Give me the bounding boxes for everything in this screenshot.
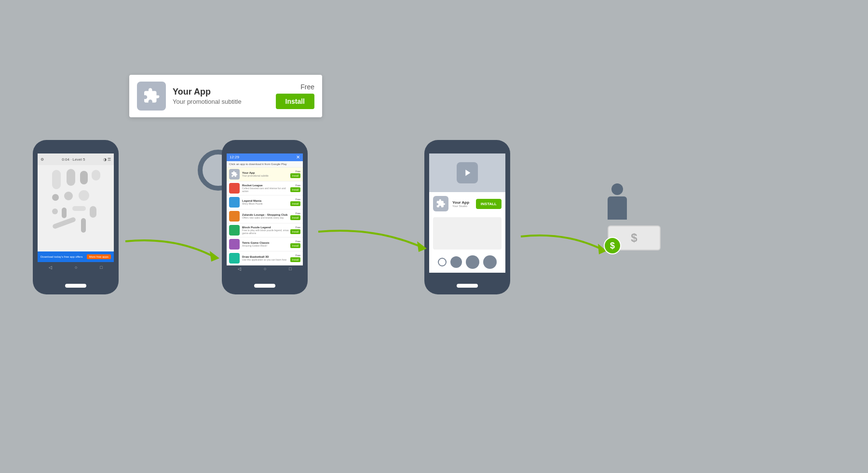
ad-app-subtitle: Your promotional subtitle bbox=[173, 98, 270, 105]
money-area: $ $ bbox=[608, 225, 661, 250]
phone3-app-info: Your App Your Studio INSTALL bbox=[429, 192, 505, 215]
play-item-3[interactable]: Zalando Lounge - Shopping Club Offers ne… bbox=[227, 209, 303, 223]
ad-item-cta: Free Install bbox=[290, 170, 300, 178]
phone2-device: 12:29 ✕ Click an app to download it from… bbox=[222, 140, 308, 294]
phone1-content: ⚙ 0:04 · Level 5 ◑ ☰ D bbox=[38, 153, 114, 273]
puzzle-icon-phone3 bbox=[436, 199, 446, 209]
ad-price: Free bbox=[300, 83, 314, 91]
dot-2 bbox=[450, 256, 462, 268]
phone3-screen: Your App Your Studio INSTALL bbox=[429, 153, 505, 273]
phone2-content: 12:29 ✕ Click an app to download it from… bbox=[227, 153, 303, 273]
svg-marker-0 bbox=[210, 251, 219, 262]
phone2-topbar: 12:29 ✕ bbox=[227, 153, 303, 161]
phone2-navbar: ◁ ○ □ bbox=[227, 265, 303, 273]
phone1-game-area bbox=[38, 165, 114, 251]
item-icon bbox=[229, 211, 240, 222]
puzzle-icon bbox=[143, 87, 160, 105]
ad-cta-area: Free Install bbox=[276, 83, 314, 109]
arrow3 bbox=[516, 227, 612, 261]
person-body bbox=[608, 196, 627, 220]
ad-app-name: Your App bbox=[173, 87, 270, 97]
play-ad-item[interactable]: Your App Your promotional subtitle Free … bbox=[227, 167, 303, 181]
phone3-home-button bbox=[457, 284, 478, 288]
phone3-hero-banner bbox=[429, 153, 505, 192]
dot-4 bbox=[483, 255, 497, 269]
phone3-pagination bbox=[429, 251, 505, 273]
phone3-install-button[interactable]: INSTALL bbox=[476, 199, 502, 209]
back-icon[interactable]: ◁ bbox=[238, 266, 241, 271]
phone3-video-icon bbox=[457, 162, 478, 183]
home-icon[interactable]: ○ bbox=[264, 266, 266, 271]
play-item-5[interactable]: Tetris Game Classic Amazing Golden Block… bbox=[227, 237, 303, 251]
item-icon bbox=[229, 253, 240, 264]
recents-icon[interactable]: □ bbox=[289, 266, 291, 271]
item-icon bbox=[229, 239, 240, 250]
dot-3 bbox=[466, 255, 479, 269]
item-icon bbox=[229, 225, 240, 236]
arrow2 bbox=[313, 222, 434, 261]
recents-icon[interactable]: □ bbox=[100, 265, 102, 270]
ad-item-info: Your App Your promotional subtitle bbox=[242, 171, 290, 177]
phone1-ad-banner: Download today's free app offers More fr… bbox=[38, 251, 114, 262]
svg-marker-1 bbox=[417, 241, 427, 252]
ad-app-icon bbox=[137, 82, 166, 111]
item-icon bbox=[229, 197, 240, 208]
play-item-6[interactable]: Draw Basketball 3D Use this application … bbox=[227, 251, 303, 265]
phone1-statusbar: ⚙ 0:04 · Level 5 ◑ ☰ bbox=[38, 153, 114, 165]
person-figure bbox=[608, 183, 627, 220]
close-icon[interactable]: ✕ bbox=[296, 154, 300, 160]
dot-1 bbox=[438, 258, 447, 266]
play-item-4[interactable]: Block Puzzle Legend Free to play with bl… bbox=[227, 223, 303, 237]
arrow1 bbox=[121, 232, 227, 270]
puzzle-icon-small bbox=[231, 171, 238, 178]
dollar-sign: $ bbox=[631, 231, 637, 245]
play-item-2[interactable]: Legend Mania Shiny Block Puzzle Free Ins… bbox=[227, 195, 303, 209]
phone3-screenshot-area bbox=[433, 217, 502, 250]
ad-text-area: Your App Your promotional subtitle bbox=[173, 87, 270, 105]
phone1-navbar: ◁ ○ □ bbox=[38, 262, 114, 273]
person-money-group: $ $ bbox=[608, 183, 661, 250]
phone2-screen: 12:29 ✕ Click an app to download it from… bbox=[227, 153, 303, 273]
home-icon[interactable]: ○ bbox=[75, 265, 77, 270]
ad-banner: Your App Your promotional subtitle Free … bbox=[129, 75, 322, 117]
phone3-app-icon bbox=[433, 196, 448, 211]
play-triangle-icon bbox=[462, 167, 473, 178]
ad-item-icon bbox=[229, 169, 240, 180]
phone3-device: Your App Your Studio INSTALL bbox=[424, 140, 510, 294]
ad-install-button[interactable]: Install bbox=[276, 94, 314, 109]
phone3-content: Your App Your Studio INSTALL bbox=[429, 153, 505, 273]
phone1-device: ⚙ 0:04 · Level 5 ◑ ☰ D bbox=[33, 140, 119, 294]
phone2-home-button bbox=[254, 284, 275, 288]
phone1-home-button bbox=[65, 284, 86, 288]
dollar-circle: $ bbox=[604, 237, 621, 254]
phone2-hint: Click an app to download it from Google … bbox=[227, 161, 303, 167]
back-icon[interactable]: ◁ bbox=[49, 265, 52, 270]
play-item-1[interactable]: Rocket League Collect boosted cars and i… bbox=[227, 181, 303, 195]
person-head bbox=[611, 183, 623, 195]
item-icon bbox=[229, 183, 240, 194]
phone1-screen: ⚙ 0:04 · Level 5 ◑ ☰ D bbox=[38, 153, 114, 273]
